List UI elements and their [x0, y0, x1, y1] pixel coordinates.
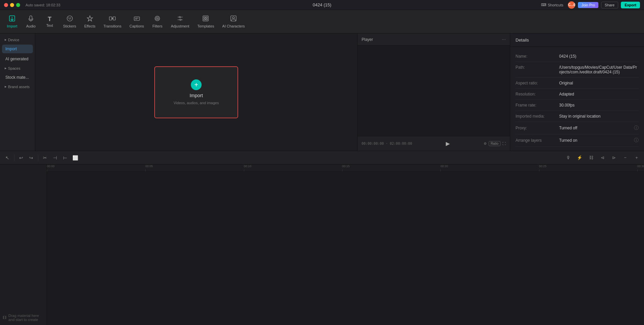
detail-value: Original — [559, 81, 639, 85]
keyboard-icon: ⌨ — [541, 3, 546, 7]
import-label: Import — [7, 24, 17, 28]
sidebar-item-device[interactable]: ▸ Device — [2, 36, 33, 43]
settings-icon[interactable]: ⚙ — [484, 142, 487, 145]
toolbar-item-filters[interactable]: Filters — [149, 13, 166, 30]
sidebar-brand-label: Brand assets — [8, 85, 30, 89]
toolbar-item-captions[interactable]: Captions — [126, 13, 147, 30]
close-window-button[interactable] — [4, 3, 8, 7]
media-area: + Import Videos, audios, and images — [35, 34, 357, 151]
user-initials: C...0 — [568, 3, 575, 7]
user-avatar[interactable]: C...0 — [568, 1, 575, 9]
main-toolbar: ImportAudioTTextStickersEffectsTransitio… — [0, 10, 644, 34]
ruler-line — [342, 169, 342, 172]
ruler-line — [637, 169, 638, 172]
filters-label: Filters — [152, 24, 162, 28]
toolbar-item-ai-characters[interactable]: AI Characters — [219, 13, 248, 30]
join-pro-button[interactable]: Join Pro — [578, 2, 598, 8]
align-left-button[interactable]: ⊲ — [598, 153, 607, 162]
timeline-left-panel: 🎞 Drag material here and start to create — [0, 165, 47, 325]
svg-point-3 — [68, 17, 69, 18]
sidebar-item-stock-mate[interactable]: Stock mate... — [2, 73, 33, 82]
sidebar-item-import[interactable]: Import — [2, 45, 33, 53]
trim-end-button[interactable]: ⊢ — [60, 153, 70, 162]
toolbar-item-adjustment[interactable]: Adjustment — [167, 13, 193, 30]
redo-button[interactable]: ↪ — [26, 153, 36, 162]
ratio-badge[interactable]: Ratio — [489, 141, 500, 146]
project-title: 0424 (15) — [313, 2, 331, 7]
info-icon[interactable]: ⓘ — [634, 125, 639, 131]
toolbar-item-audio[interactable]: Audio — [22, 13, 40, 30]
align-right-button[interactable]: ⊳ — [609, 153, 619, 162]
player-controls-right: ⚙ Ratio ⛶ — [484, 141, 506, 146]
timeline-content: 🎞 Drag material here and start to create… — [0, 165, 644, 325]
maximize-window-button[interactable] — [16, 3, 20, 7]
minimize-window-button[interactable] — [10, 3, 14, 7]
share-button[interactable]: Share — [601, 2, 618, 8]
fullscreen-icon[interactable]: ⛶ — [502, 142, 506, 145]
delete-button[interactable]: ⬜ — [70, 153, 80, 162]
sidebar-item-ai-generated[interactable]: AI generated — [2, 55, 33, 63]
import-drop-zone[interactable]: + Import Videos, audios, and images — [154, 66, 238, 118]
top-bar: Auto saved: 18:02:33 0424 (15) ⌨ Shortcu… — [0, 0, 644, 10]
ruler-line — [440, 169, 441, 172]
trim-start-button[interactable]: ⊣ — [50, 153, 60, 162]
details-panel: Details Name:0424 (15)Path:/Users/topgus… — [510, 34, 644, 151]
audio-input-button[interactable]: 🎙 — [564, 153, 573, 162]
cursor-tool-button[interactable]: ↖ — [3, 153, 12, 162]
ruler-line — [539, 169, 539, 172]
chevron-right-icon: ▸ — [5, 38, 7, 42]
ruler-line — [145, 169, 146, 172]
undo-button[interactable]: ↩ — [16, 153, 26, 162]
details-header: Details — [510, 34, 644, 47]
detail-label: Imported media: — [516, 114, 559, 119]
svg-rect-17 — [204, 19, 205, 20]
play-button[interactable]: ▶ — [443, 139, 452, 148]
snap-button[interactable]: ⚡ — [575, 153, 584, 162]
detail-value: Stay in original location — [559, 114, 639, 119]
detail-label: Resolution: — [516, 92, 559, 96]
svg-rect-18 — [206, 19, 207, 20]
sidebar-item-brand-assets[interactable]: ▸ Brand assets — [2, 83, 33, 90]
sidebar-stock-label: Stock mate... — [5, 75, 29, 80]
toolbar-item-effects[interactable]: Effects — [81, 13, 99, 30]
sidebar-spaces-label: Spaces — [8, 66, 20, 70]
adjustment-icon — [177, 15, 183, 23]
effects-label: Effects — [84, 24, 95, 28]
svg-rect-14 — [203, 16, 208, 21]
zoom-out-button[interactable]: − — [621, 153, 630, 162]
toolbar-item-transitions[interactable]: Transitions — [100, 13, 125, 30]
toolbar-item-import[interactable]: Import — [3, 13, 21, 30]
info-icon[interactable]: ⓘ — [634, 137, 639, 143]
detail-label: Frame rate: — [516, 103, 559, 108]
sidebar-item-spaces[interactable]: ▸ Spaces — [2, 65, 33, 72]
link-button[interactable]: ⛓ — [586, 153, 596, 162]
detail-label: Arrange layers — [516, 138, 559, 143]
toolbar-item-stickers[interactable]: Stickers — [60, 13, 79, 30]
zoom-in-button[interactable]: + — [632, 153, 641, 162]
svg-point-20 — [232, 17, 234, 19]
drag-hint-text: Drag material here and start to create — [8, 314, 44, 322]
svg-rect-16 — [206, 17, 207, 18]
timeline-area: ↖ ↩ ↪ ✂ ⊣ ⊢ ⬜ 🎙 ⚡ ⛓ ⊲ ⊳ − + 🎞 Drag mater… — [0, 151, 644, 325]
svg-marker-5 — [87, 16, 93, 21]
player-menu-icon[interactable]: ⋯ — [502, 37, 506, 42]
details-body: Name:0424 (15)Path:/Users/topgus/Movies/… — [510, 47, 644, 151]
captions-label: Captions — [129, 24, 144, 28]
player-time-current: 00:00:00:00 · 02:00:00:00 — [362, 142, 412, 145]
split-button[interactable]: ✂ — [40, 153, 50, 162]
shortcuts-button[interactable]: ⌨ Shortcuts — [539, 2, 565, 8]
transitions-label: Transitions — [104, 24, 121, 28]
chevron-right-icon-brand: ▸ — [5, 84, 7, 89]
ai-characters-label: AI Characters — [222, 24, 245, 28]
toolbar-item-templates[interactable]: Templates — [194, 13, 217, 30]
player-footer: 00:00:00:00 · 02:00:00:00 ▶ ⚙ Ratio ⛶ — [358, 136, 510, 151]
import-subtitle: Videos, audios, and images — [174, 101, 219, 105]
export-button[interactable]: Export — [621, 2, 640, 8]
detail-label: Name: — [516, 54, 559, 59]
timeline-tracks — [47, 172, 644, 325]
captions-icon — [133, 15, 140, 23]
toolbar-item-text[interactable]: TText — [41, 14, 58, 29]
player-canvas — [358, 46, 510, 136]
svg-rect-7 — [113, 17, 115, 20]
sidebar-device-label: Device — [8, 38, 19, 42]
